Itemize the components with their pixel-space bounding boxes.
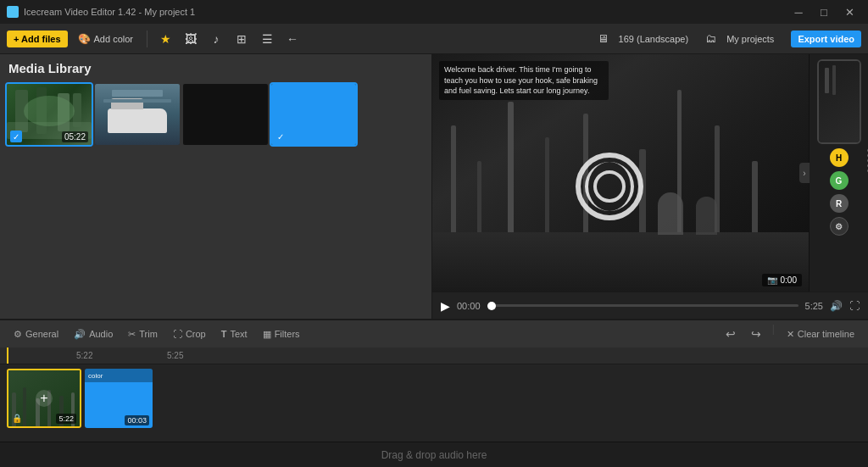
close-button[interactable]: ✕: [837, 0, 861, 24]
ruler-mark-2: 5:25: [165, 347, 183, 364]
clip-duration-2: 00:03: [125, 415, 149, 425]
app-icon: [7, 6, 19, 18]
timeline-clip-1[interactable]: video clip + 🔒 5:22: [7, 369, 81, 428]
general-tool-btn[interactable]: ⚙ General: [7, 325, 65, 343]
trim-icon: ✂: [128, 329, 136, 340]
text-icon: T: [221, 329, 227, 339]
filters-icon: ▦: [263, 329, 271, 340]
progress-indicator: [487, 302, 496, 310]
phone-btn-h[interactable]: H: [830, 148, 849, 167]
export-button[interactable]: Export video: [791, 31, 861, 47]
projects-group: 🗂 My projects: [705, 31, 781, 47]
chevron-right-icon: ›: [803, 169, 805, 178]
clip-title-2: color: [85, 369, 153, 382]
app-title: Icecream Video Editor 1.42 - My project …: [24, 7, 195, 17]
thumb-check-4: ✓: [275, 131, 287, 142]
clear-timeline-button[interactable]: ✕ Clear timeline: [780, 323, 861, 345]
current-time: 00:00: [457, 301, 481, 311]
x-icon: ✕: [787, 329, 794, 340]
text-tool-btn[interactable]: T Text: [214, 325, 254, 342]
video-canvas: Welcome back driver. This time I'm going…: [432, 54, 809, 292]
media-item-2[interactable]: [95, 84, 180, 145]
add-files-button[interactable]: + Add files: [7, 31, 68, 47]
divider: |: [772, 323, 775, 345]
trim-tool-btn[interactable]: ✂ Trim: [121, 325, 164, 343]
thumb-check-1: ✓: [10, 131, 22, 142]
color-icon: 🎨: [78, 33, 91, 45]
clip-add-button-1[interactable]: +: [36, 390, 53, 407]
title-bar-left: Icecream Video Editor 1.42 - My project …: [7, 6, 195, 18]
timeline-section: ⚙ General 🔊 Audio ✂ Trim ⛶ Crop T Text ▦…: [0, 319, 868, 467]
filters-tool-btn[interactable]: ▦ Filters: [256, 325, 307, 343]
phone-video: [819, 61, 860, 142]
lock-icon-1: 🔒: [12, 414, 22, 423]
my-projects-button[interactable]: My projects: [720, 31, 781, 47]
grid-icon-btn[interactable]: ⊞: [231, 28, 253, 50]
undo-button[interactable]: ↩: [720, 323, 742, 345]
minimize-button[interactable]: ─: [787, 0, 810, 24]
timeline-ruler: 5:22 5:25: [0, 347, 868, 364]
video-wheel: [576, 153, 643, 220]
clip-duration-1: 5:22: [56, 414, 76, 424]
clip-name-2: color: [88, 372, 103, 380]
video-preview: Welcome back driver. This time I'm going…: [432, 54, 809, 292]
timeline-cursor: [7, 347, 8, 364]
thumb-preview-2: [95, 84, 180, 145]
media-library-panel: Media Library ✓ 05:22: [0, 54, 432, 319]
thumb-duration-1: 05:22: [62, 131, 88, 142]
timeline-tracks: video clip + 🔒 5:22 color: [0, 364, 868, 442]
music-icon-btn[interactable]: ♪: [205, 28, 227, 50]
preview-top: Welcome back driver. This time I'm going…: [432, 54, 868, 292]
crop-tool-btn[interactable]: ⛶ Crop: [166, 325, 213, 342]
maximize-button[interactable]: □: [812, 0, 836, 24]
audio-tool-btn[interactable]: 🔊 Audio: [67, 325, 120, 343]
audio-drop-zone[interactable]: Drag & drop audio here: [0, 442, 868, 467]
list-icon-btn[interactable]: ☰: [256, 28, 278, 50]
camera-icon: 📷: [767, 275, 777, 285]
progress-bar[interactable]: [487, 304, 798, 307]
ruler-label-1: 5:22: [75, 347, 92, 360]
volume-icon[interactable]: 🔊: [830, 300, 843, 312]
phone-btn-r[interactable]: R: [830, 194, 849, 213]
layout-group: 🖥 169 (Landscape): [598, 31, 696, 47]
top-toolbar: + Add files 🎨 Add color ★ 🖼 ♪ ⊞ ☰ ← 🖥 16…: [0, 24, 868, 54]
main-content: Media Library ✓ 05:22: [0, 54, 868, 319]
back-icon-btn[interactable]: ←: [281, 28, 303, 50]
title-bar: Icecream Video Editor 1.42 - My project …: [0, 0, 868, 24]
preview-panel: Welcome back driver. This time I'm going…: [432, 54, 868, 319]
audio-icon: 🔊: [74, 329, 86, 340]
video-track: video clip + 🔒 5:22 color: [0, 364, 868, 432]
redo-button[interactable]: ↪: [745, 323, 767, 345]
gear-icon: ⚙: [14, 329, 22, 340]
media-item-3[interactable]: [183, 84, 268, 145]
total-duration: 5:25: [805, 301, 823, 311]
timeline-toolbar: ⚙ General 🔊 Audio ✂ Trim ⛶ Crop T Text ▦…: [0, 320, 868, 347]
window-controls: ─ □ ✕: [787, 0, 861, 24]
media-item-4[interactable]: ✓: [271, 84, 356, 145]
thumb-van: [108, 108, 167, 133]
media-item-1[interactable]: ✓ 05:22: [7, 84, 92, 145]
fullscreen-icon[interactable]: ⛶: [849, 300, 860, 312]
timeline-clip-2[interactable]: color 00:03: [85, 369, 153, 428]
ruler-label-2: 5:25: [165, 347, 183, 360]
star-icon-btn[interactable]: ★: [154, 28, 176, 50]
image-icon-btn[interactable]: 🖼: [180, 28, 202, 50]
media-grid: ✓ 05:22 ✓: [0, 81, 431, 319]
toolbar-separator-1: [147, 31, 147, 47]
undo-redo-group: ↩ ↪ | ✕ Clear timeline: [720, 323, 861, 345]
panel-toggle-btn[interactable]: ›: [799, 163, 810, 183]
layout-button[interactable]: 169 (Landscape): [612, 31, 696, 47]
phone-panel: › H G R ⚙: [809, 54, 868, 292]
thumb-preview-3: [183, 84, 268, 145]
phone-btn-g[interactable]: G: [830, 171, 849, 190]
media-library-title: Media Library: [0, 54, 431, 81]
monitor-icon: 🖥: [598, 32, 609, 45]
audio-drop-label: Drag & drop audio here: [381, 449, 487, 461]
phone-screen: [817, 59, 861, 144]
video-text-overlay: Welcome back driver. This time I'm going…: [439, 61, 609, 100]
crop-icon: ⛶: [173, 329, 182, 339]
phone-btn-settings[interactable]: ⚙: [830, 217, 849, 236]
add-color-button[interactable]: 🎨 Add color: [71, 30, 140, 48]
play-button[interactable]: ▶: [441, 299, 450, 313]
video-timestamp: 📷 0:00: [762, 274, 802, 286]
